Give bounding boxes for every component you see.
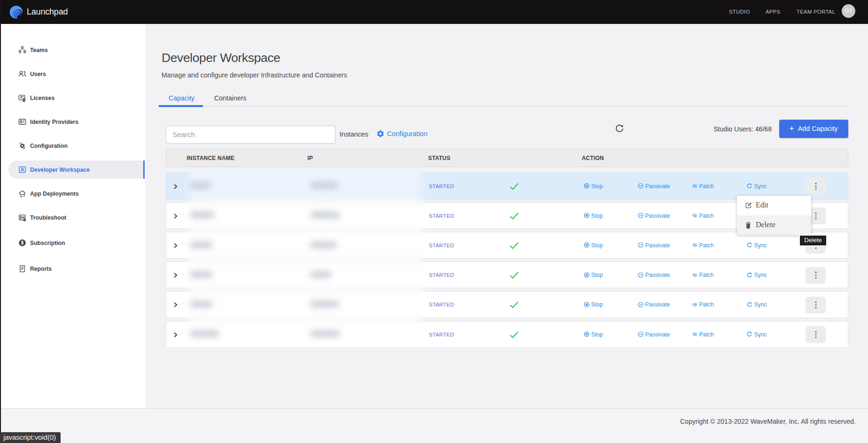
svg-text:$: $ bbox=[21, 240, 24, 245]
